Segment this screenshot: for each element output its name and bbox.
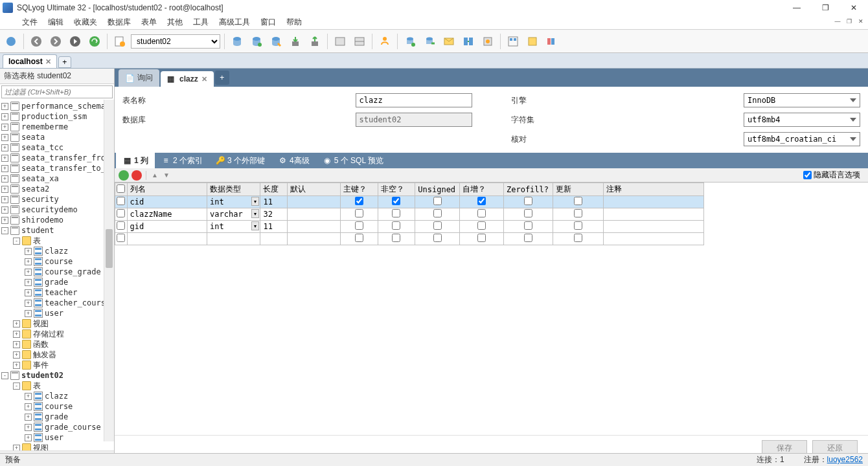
nav-back-icon[interactable]: [28, 33, 45, 50]
expand-icon[interactable]: +: [25, 289, 32, 296]
table-name-input[interactable]: [356, 93, 472, 107]
expand-icon[interactable]: +: [25, 434, 32, 441]
col-name[interactable]: clazzName: [127, 208, 207, 221]
expand-icon[interactable]: +: [1, 103, 8, 110]
move-up-button[interactable]: ▲: [150, 172, 159, 179]
tree-node[interactable]: +course_grade: [0, 267, 114, 277]
expand-icon[interactable]: +: [25, 414, 32, 421]
tree-node[interactable]: +course: [0, 256, 114, 267]
menu-高级工具[interactable]: 高级工具: [214, 16, 255, 28]
column-header[interactable]: 自增？: [460, 183, 504, 196]
dropdown-icon[interactable]: ▾: [251, 209, 259, 218]
tool-icon-11[interactable]: [479, 33, 496, 50]
col-type[interactable]: varchar▾: [207, 208, 260, 221]
expand-icon[interactable]: +: [25, 403, 32, 410]
col-length[interactable]: 11: [260, 221, 287, 233]
sub-tab[interactable]: ◉5 个 SQL 预览: [316, 153, 390, 169]
col-length[interactable]: 11: [260, 196, 287, 208]
nav-forward-icon[interactable]: [47, 33, 64, 50]
col-comment[interactable]: [604, 196, 704, 208]
tool-icon-6[interactable]: [376, 33, 393, 50]
columns-grid[interactable]: 列名数据类型长度默认主键？非空？Unsigned自增？Zerofill?更新注释…: [115, 183, 704, 245]
tool-icon-12[interactable]: [505, 33, 521, 50]
table-row[interactable]: cidint▾11: [115, 196, 704, 208]
col-pk[interactable]: [340, 196, 378, 208]
expand-icon[interactable]: +: [1, 165, 8, 172]
column-header[interactable]: Zerofill?: [504, 183, 553, 196]
col-zerofill[interactable]: [504, 208, 553, 221]
tree-node[interactable]: +security: [0, 194, 114, 205]
tree-node[interactable]: +存储过程: [0, 329, 114, 339]
menu-文件[interactable]: 文件: [17, 16, 43, 28]
tree-node[interactable]: +seata_tcc: [0, 142, 114, 153]
tree-node[interactable]: +seata_transfer_to_db: [0, 163, 114, 173]
menu-收藏夹[interactable]: 收藏夹: [69, 16, 102, 28]
expand-icon[interactable]: -: [13, 383, 20, 390]
col-length[interactable]: 32: [260, 208, 287, 221]
tree-node[interactable]: +grade_course: [0, 422, 114, 432]
schema-tree[interactable]: +performance_schema+production_ssm+remem…: [0, 100, 114, 450]
new-connection-icon[interactable]: [3, 33, 19, 50]
expand-icon[interactable]: +: [13, 445, 20, 451]
col-comment[interactable]: [604, 208, 704, 221]
tool-icon-10[interactable]: [460, 33, 477, 50]
col-autoinc[interactable]: [460, 196, 504, 208]
col-comment[interactable]: [604, 233, 704, 245]
expand-icon[interactable]: +: [1, 144, 8, 151]
table-row[interactable]: [115, 233, 704, 245]
add-row-button[interactable]: [119, 170, 129, 181]
col-name[interactable]: [127, 233, 207, 245]
tree-node[interactable]: +teacher_cours: [0, 298, 114, 308]
col-default[interactable]: [287, 196, 340, 208]
delete-row-button[interactable]: [131, 170, 142, 181]
col-notnull[interactable]: [378, 233, 415, 245]
sub-tab[interactable]: ⚙4高级: [271, 153, 316, 169]
expand-icon[interactable]: +: [1, 134, 8, 141]
mdi-minimize[interactable]: —: [832, 16, 843, 27]
new-query-icon[interactable]: [111, 33, 128, 50]
dropdown-icon[interactable]: ▾: [251, 221, 259, 230]
minimize-button[interactable]: —: [782, 0, 811, 16]
tool-icon-4[interactable]: [332, 33, 348, 50]
col-unsigned[interactable]: [415, 233, 460, 245]
tree-node[interactable]: +seata: [0, 132, 114, 142]
column-header[interactable]: 更新: [553, 183, 604, 196]
expand-icon[interactable]: +: [25, 393, 32, 400]
tree-node[interactable]: +user: [0, 308, 114, 318]
expand-icon[interactable]: +: [1, 196, 8, 203]
tree-node[interactable]: +course: [0, 401, 114, 412]
tree-node[interactable]: -表: [0, 236, 114, 246]
menu-帮助[interactable]: 帮助: [281, 16, 307, 28]
close-icon[interactable]: ✕: [201, 75, 207, 83]
expand-icon[interactable]: +: [13, 341, 20, 348]
col-update[interactable]: [553, 233, 604, 245]
col-default[interactable]: [287, 208, 340, 221]
tree-node[interactable]: +production_ssm: [0, 111, 114, 122]
col-type[interactable]: int▾: [207, 196, 260, 208]
col-update[interactable]: [553, 208, 604, 221]
tree-node[interactable]: +securitydemo: [0, 205, 114, 215]
sub-tab[interactable]: ≡2 个索引: [155, 153, 209, 169]
col-autoinc[interactable]: [460, 221, 504, 233]
col-unsigned[interactable]: [415, 208, 460, 221]
expand-icon[interactable]: -: [13, 238, 20, 245]
import-icon[interactable]: [287, 33, 304, 50]
expand-icon[interactable]: -: [1, 227, 8, 234]
expand-icon[interactable]: +: [1, 124, 8, 131]
table-row[interactable]: gidint▾11: [115, 221, 704, 233]
mdi-restore[interactable]: ❐: [843, 16, 855, 27]
expand-icon[interactable]: +: [13, 320, 20, 327]
tool-icon-14[interactable]: [543, 33, 560, 50]
charset-select[interactable]: utf8mb4: [744, 113, 860, 127]
expand-icon[interactable]: +: [25, 269, 32, 276]
tree-node[interactable]: -student02: [0, 370, 114, 381]
expand-icon[interactable]: +: [25, 258, 32, 265]
refresh-icon[interactable]: [86, 33, 103, 50]
connection-tab[interactable]: localhost ✕: [3, 54, 57, 68]
col-type[interactable]: [207, 233, 260, 245]
tree-node[interactable]: +user: [0, 432, 114, 443]
col-name[interactable]: cid: [127, 196, 207, 208]
expand-icon[interactable]: +: [1, 155, 8, 162]
tool-icon-13[interactable]: [524, 33, 541, 50]
col-zerofill[interactable]: [504, 196, 553, 208]
